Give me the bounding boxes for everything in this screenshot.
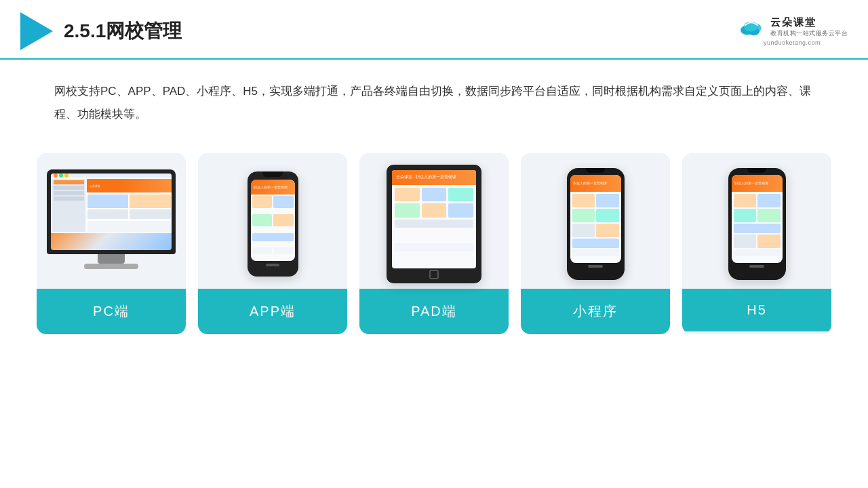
cloud-icon bbox=[736, 16, 766, 38]
cards-section: 云朵课堂 bbox=[0, 133, 868, 354]
logo-triangle-icon bbox=[20, 12, 53, 50]
card-pad: 云朵课堂 - 职达人的第一堂营销课 PAD端 bbox=[359, 153, 509, 334]
brand-url: yunduoketang.com bbox=[764, 39, 821, 46]
header-right: 云朵课堂 教育机构一站式服务云平台 yunduoketang.com bbox=[736, 16, 848, 46]
monitor-body: 云朵课堂 bbox=[47, 169, 176, 254]
description: 网校支持PC、APP、PAD、小程序、H5，实现多端打通，产品各终端自由切换，数… bbox=[0, 60, 868, 133]
card-pad-image: 云朵课堂 - 职达人的第一堂营销课 bbox=[359, 153, 509, 289]
card-pc: 云朵课堂 bbox=[37, 153, 186, 334]
phone-screen: 职达人的第一堂营销课 bbox=[251, 180, 295, 261]
monitor-base bbox=[84, 264, 138, 269]
brand-text: 云朵课堂 教育机构一站式服务云平台 bbox=[770, 16, 848, 38]
card-h5-image: 职达人的第一堂营销课 bbox=[682, 153, 831, 289]
header-left: 2.5.1网校管理 bbox=[20, 12, 182, 50]
mini-phone-notch-h5 bbox=[747, 168, 766, 173]
card-pc-image: 云朵课堂 bbox=[37, 153, 186, 289]
card-miniapp-image: 职达人的第一堂营销课 bbox=[521, 153, 670, 289]
phone-home-btn bbox=[266, 264, 279, 266]
phone-mockup-app: 职达人的第一堂营销课 bbox=[248, 171, 298, 277]
card-h5-label: H5 bbox=[682, 289, 831, 331]
page-title: 2.5.1网校管理 bbox=[64, 18, 182, 44]
header: 2.5.1网校管理 云朵课堂 教育机构一站式服务云平台 yunduoketang… bbox=[0, 0, 868, 60]
card-pc-label: PC端 bbox=[37, 289, 186, 334]
brand-sub: 教育机构一站式服务云平台 bbox=[770, 29, 848, 38]
mini-phone-mockup-h5: 职达人的第一堂营销课 bbox=[728, 168, 786, 280]
monitor-stand bbox=[98, 254, 125, 264]
card-app-image: 职达人的第一堂营销课 bbox=[198, 153, 347, 289]
mini-phone-bottom-h5 bbox=[749, 265, 764, 268]
mini-phone-mockup-miniapp: 职达人的第一堂营销课 bbox=[567, 168, 625, 280]
phone-notch bbox=[262, 171, 283, 177]
mini-phone-screen-h5: 职达人的第一堂营销课 bbox=[732, 175, 783, 263]
tablet-screen: 云朵课堂 - 职达人的第一堂营销课 bbox=[392, 170, 476, 268]
card-app: 职达人的第一堂营销课 APP端 bbox=[198, 153, 347, 334]
mini-phone-screen: 职达人的第一堂营销课 bbox=[570, 175, 621, 263]
tablet-home-btn bbox=[429, 270, 439, 279]
mini-phone-bottom bbox=[588, 265, 603, 268]
card-app-label: APP端 bbox=[198, 289, 347, 334]
card-pad-label: PAD端 bbox=[359, 289, 509, 334]
tablet-mockup: 云朵课堂 - 职达人的第一堂营销课 bbox=[387, 165, 481, 283]
brand-name: 云朵课堂 bbox=[770, 16, 816, 29]
card-miniapp: 职达人的第一堂营销课 小程序 bbox=[521, 153, 670, 334]
card-h5: 职达人的第一堂营销课 H5 bbox=[682, 153, 831, 334]
description-text: 网校支持PC、APP、PAD、小程序、H5，实现多端打通，产品各终端自由切换，数… bbox=[54, 80, 814, 126]
monitor-screen: 云朵课堂 bbox=[51, 174, 172, 250]
card-miniapp-label: 小程序 bbox=[521, 289, 670, 334]
mini-phone-notch bbox=[586, 168, 605, 173]
brand-logo: 云朵课堂 教育机构一站式服务云平台 bbox=[736, 16, 848, 38]
pc-mockup: 云朵课堂 bbox=[47, 169, 176, 278]
